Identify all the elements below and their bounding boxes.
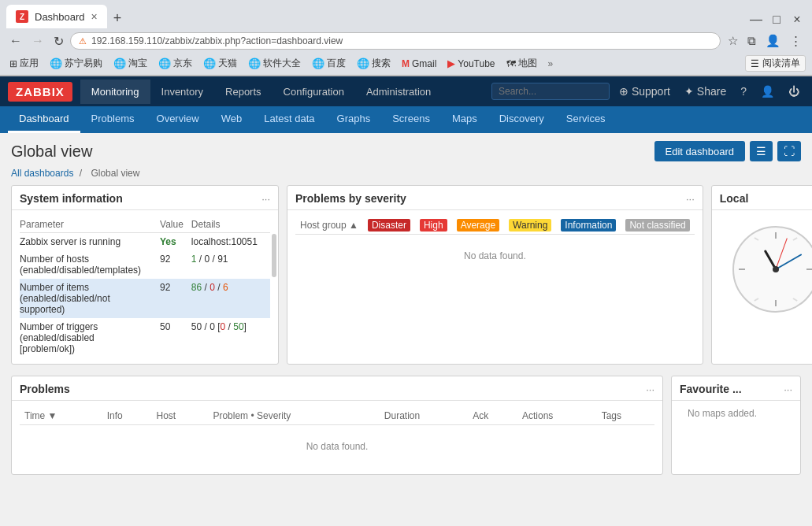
subnav-latest-data[interactable]: Latest data [253,106,325,133]
back-button[interactable]: ← [6,32,25,50]
col-warning: Warning [504,217,556,235]
address-bar[interactable]: ⚠ 192.168.159.110/zabbix/zabbix.php?acti… [70,32,721,50]
maximize-button[interactable]: □ [768,11,785,28]
bookmark-taobao[interactable]: 🌐 淘宝 [110,56,150,71]
bookmark-star-button[interactable]: ☆ [724,31,742,50]
extensions-button[interactable]: ⧉ [743,31,760,50]
col-time[interactable]: Time ▼ [20,407,102,425]
table-row: No data found. [295,235,695,278]
search-input[interactable] [491,83,610,100]
local-clock-widget: Local ··· [711,185,812,365]
system-info-menu-icon[interactable]: ··· [261,193,270,205]
pbs-no-data: No data found. [295,235,695,278]
dashboard-list-view-button[interactable]: ☰ [750,141,773,161]
minimize-button[interactable]: — [747,11,765,28]
maps-icon: 🗺 [506,58,516,69]
breadcrumb-all-dashboards[interactable]: All dashboards [11,168,73,179]
pbs-title: Problems by severity [295,192,406,205]
dashboard-top-row: System information ··· Parameter Value D… [0,185,812,376]
local-body [712,210,812,328]
new-tab-button[interactable]: + [110,9,125,28]
row2-param: Number of hosts(enabled/disabled/templat… [20,250,160,279]
nav-reports[interactable]: Reports [214,80,273,104]
problems-body: Time ▼ Info Host Problem • Severity Dura… [12,401,662,474]
subnav-problems[interactable]: Problems [80,106,146,133]
bookmarks-more[interactable]: » [545,57,557,70]
row4-param: Number of triggers(enabled/disabled[prob… [20,318,160,357]
table-row: Zabbix server is running Yes localhost:1… [20,233,270,251]
pbs-menu-icon[interactable]: ··· [686,193,695,205]
nav-inventory[interactable]: Inventory [150,80,214,104]
nav-administration[interactable]: Administration [355,80,442,104]
support-icon: ⊕ [619,85,628,98]
bookmark-youtube[interactable]: ▶ YouTube [444,57,498,70]
subnav-discovery[interactable]: Discovery [488,106,555,133]
subnav-web[interactable]: Web [210,106,254,133]
forward-button[interactable]: → [28,32,47,50]
local-title: Local [720,192,749,205]
subnav-maps[interactable]: Maps [441,106,488,133]
dashboard-fullscreen-button[interactable]: ⛶ [777,141,801,161]
bookmark-suning[interactable]: 🌐 苏宁易购 [46,56,106,71]
col-details: Details [191,217,270,233]
scrollbar[interactable] [272,234,276,277]
bookmark-baidu[interactable]: 🌐 百度 [309,56,349,71]
reading-list-button[interactable]: ☰ 阅读清单 [745,55,806,72]
account-button[interactable]: 👤 [762,31,784,50]
bookmark-baidu-label: 百度 [327,57,346,70]
problems-no-data: No data found. [20,425,654,469]
bookmark-tianmao[interactable]: 🌐 天猫 [200,56,240,71]
subnav-services[interactable]: Services [555,106,617,133]
bookmark-suning-label: 苏宁易购 [65,57,102,70]
bookmark-jd[interactable]: 🌐 京东 [155,56,195,71]
logout-button[interactable]: ⏻ [784,83,804,100]
main-navigation: Monitoring Inventory Reports Configurati… [80,80,442,104]
row1-details: localhost:10051 [191,233,270,251]
support-button[interactable]: ⊕ Support [614,83,675,100]
more-menu-button[interactable]: ⋮ [786,31,806,50]
zabbix-logo[interactable]: ZABBIX [8,82,72,102]
close-tab-icon[interactable]: × [91,10,98,23]
favourite-menu-icon[interactable]: ··· [784,383,792,395]
bookmark-software[interactable]: 🌐 软件大全 [245,56,304,71]
bookmark-globe-icon-5: 🌐 [248,57,261,69]
subnav-dashboard[interactable]: Dashboard [8,106,80,133]
tab-favicon: Z [16,10,28,23]
nav-monitoring[interactable]: Monitoring [80,80,150,104]
bookmark-maps[interactable]: 🗺 地图 [503,56,540,71]
bookmark-apps[interactable]: ⊞ 应用 [6,56,42,71]
bookmark-search[interactable]: 🌐 搜索 [354,56,394,71]
share-button[interactable]: ✦ Share [680,83,731,100]
dashboard-bottom-row: Problems ··· Time ▼ Info Host Problem • … [0,376,812,486]
row3-param: Number of items(enabled/disabled/notsupp… [20,279,160,318]
bookmark-taobao-label: 淘宝 [128,57,147,70]
col-disaster: Disaster [363,217,415,235]
refresh-button[interactable]: ↻ [50,32,67,50]
subnav-screens[interactable]: Screens [381,106,441,133]
subnav-overview[interactable]: Overview [146,106,210,133]
bookmark-jd-label: 京东 [173,57,192,70]
col-average: Average [452,217,504,235]
subnav-graphs[interactable]: Graphs [326,106,382,133]
page-header: Global view Edit dashboard ☰ ⛶ [0,133,812,166]
favourite-header: Favourite ... ··· [672,376,800,401]
problems-table: Time ▼ Info Host Problem • Severity Dura… [20,407,654,468]
close-window-button[interactable]: × [788,11,806,28]
nav-configuration[interactable]: Configuration [273,80,355,104]
browser-tab[interactable]: Z Dashboard × [6,5,107,28]
problems-menu-icon[interactable]: ··· [646,383,654,395]
help-button[interactable]: ? [736,83,751,100]
bookmark-gmail[interactable]: M Gmail [399,57,439,70]
clock-center [773,266,779,272]
bookmark-gmail-label: Gmail [412,58,436,69]
col-hostgroup[interactable]: Host group ▲ [295,217,363,235]
bookmark-tianmao-label: 天猫 [218,57,237,70]
reading-list-icon: ☰ [751,58,759,69]
edit-dashboard-button[interactable]: Edit dashboard [654,141,745,161]
app-header: ZABBIX Monitoring Inventory Reports Conf… [0,76,812,106]
pbs-table: Host group ▲ Disaster High Average Warni… [295,217,695,277]
support-label: Support [632,85,670,98]
user-menu-button[interactable]: 👤 [756,83,779,100]
col-ack: Ack [468,407,517,425]
bookmarks-bar: ⊞ 应用 🌐 苏宁易购 🌐 淘宝 🌐 京东 🌐 天猫 🌐 软件大全 🌐 百度 � [0,54,812,76]
